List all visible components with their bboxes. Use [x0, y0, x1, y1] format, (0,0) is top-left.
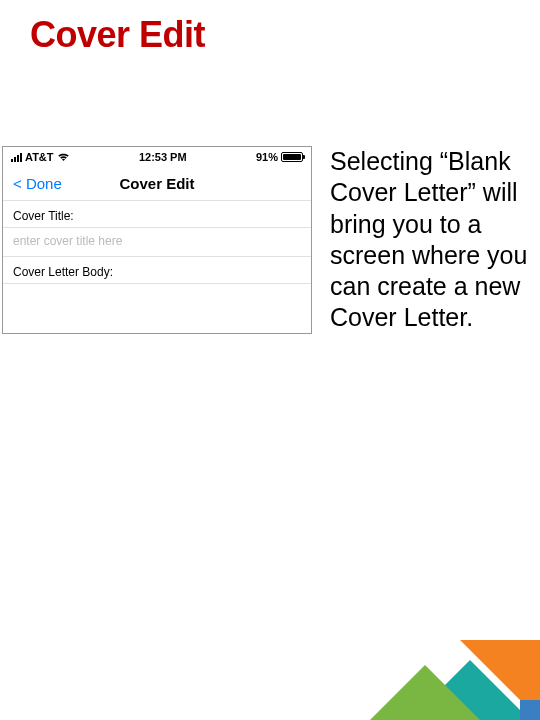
clock-label: 12:53 PM — [139, 151, 187, 163]
status-bar: AT&T 12:53 PM 91% — [3, 147, 311, 165]
cover-title-label: Cover Title: — [3, 201, 311, 227]
wifi-icon — [57, 152, 70, 162]
nav-title: Cover Edit — [3, 175, 311, 192]
cover-body-label: Cover Letter Body: — [3, 257, 311, 283]
status-right: 91% — [256, 151, 303, 163]
status-left: AT&T — [11, 151, 70, 163]
nav-bar: < Done Cover Edit — [3, 165, 311, 200]
battery-pct-label: 91% — [256, 151, 278, 163]
cover-body-input[interactable] — [3, 284, 311, 298]
svg-rect-3 — [520, 700, 540, 720]
battery-fill — [283, 154, 301, 160]
cover-title-input[interactable]: enter cover title here — [3, 228, 311, 256]
phone-mockup: AT&T 12:53 PM 91% < Done Cover Edi — [2, 146, 312, 334]
description-text: Selecting “Blank Cover Letter” will brin… — [312, 146, 540, 334]
page-title: Cover Edit — [0, 0, 540, 56]
corner-decoration — [370, 600, 540, 720]
battery-icon — [281, 152, 303, 162]
signal-icon — [11, 152, 22, 162]
carrier-label: AT&T — [25, 151, 54, 163]
content-row: AT&T 12:53 PM 91% < Done Cover Edi — [0, 146, 540, 334]
